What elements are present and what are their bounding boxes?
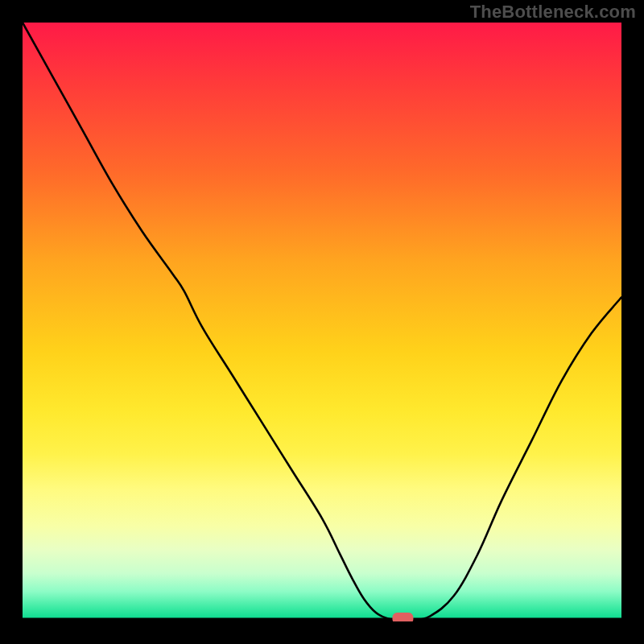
bottleneck-chart: TheBottleneck.com bbox=[0, 0, 644, 644]
optimum-marker bbox=[392, 613, 413, 621]
watermark-text: TheBottleneck.com bbox=[470, 2, 636, 23]
bottleneck-curve bbox=[23, 23, 621, 620]
chart-svg bbox=[23, 23, 621, 621]
